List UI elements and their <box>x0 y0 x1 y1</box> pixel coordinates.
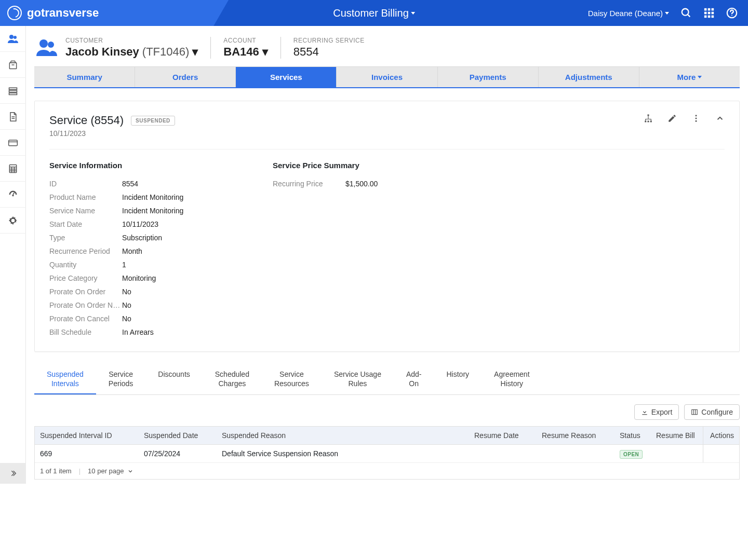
sub-tab[interactable]: ScheduledCharges <box>203 364 262 394</box>
kv-val: Incident Monitoring <box>122 193 183 201</box>
sidebar-item-calculator[interactable] <box>0 156 26 182</box>
svg-point-22 <box>39 39 48 48</box>
th-date[interactable]: Suspended Date <box>139 427 217 444</box>
export-button[interactable]: Export <box>634 404 679 420</box>
tab-orders[interactable]: Orders <box>135 67 236 87</box>
svg-point-12 <box>731 15 732 16</box>
more-vertical-icon[interactable] <box>691 114 701 123</box>
sub-tab[interactable]: Service UsageRules <box>322 364 394 394</box>
tab-more[interactable]: More <box>639 67 740 87</box>
kv-key: Bill Schedule <box>49 328 122 336</box>
sub-tab[interactable]: History <box>434 364 482 394</box>
user-name: Daisy Deane (Deane) <box>588 9 663 18</box>
user-menu[interactable]: Daisy Deane (Deane) <box>588 9 669 18</box>
sidebar-expand-button[interactable] <box>0 463 26 484</box>
sub-tab[interactable]: AgreementHistory <box>482 364 542 394</box>
sub-tab[interactable]: Add-On <box>394 364 434 394</box>
sidebar-item-payments[interactable] <box>0 130 26 156</box>
section-label: Customer Billing <box>333 7 409 19</box>
kv-key: Prorate On Order <box>49 288 122 296</box>
kv-key: Price Category <box>49 274 122 282</box>
svg-rect-19 <box>8 140 17 146</box>
kv-row: Recurring Price$1,500.00 <box>273 177 475 190</box>
brand-logo[interactable]: gotransverse <box>0 6 99 20</box>
kv-key: Product Name <box>49 193 122 201</box>
tab-summary[interactable]: Summary <box>34 67 135 87</box>
th-resume-bill[interactable]: Resume Bill <box>651 427 703 444</box>
layout: CUSTOMER Jacob Kinsey (TF1046) ▾ ACCOUNT… <box>0 26 748 484</box>
chevron-up-icon[interactable] <box>715 114 725 123</box>
sidebar-item-customers[interactable] <box>0 26 26 52</box>
tab-invoices[interactable]: Invoices <box>337 67 437 87</box>
breadcrumb-customer: CUSTOMER Jacob Kinsey (TF1046) ▾ <box>65 37 210 59</box>
sub-tab-label: Resources <box>274 379 309 388</box>
svg-point-28 <box>696 115 697 116</box>
hierarchy-icon[interactable] <box>644 114 653 123</box>
svg-rect-16 <box>9 88 17 89</box>
sidebar-item-dashboard[interactable] <box>0 182 26 208</box>
svg-rect-25 <box>645 121 646 122</box>
sidebar-item-orders[interactable] <box>0 52 26 78</box>
topbar: gotransverse Customer Billing Daisy Dean… <box>0 0 748 26</box>
kv-key: Prorate On Cancel <box>49 315 122 323</box>
svg-rect-7 <box>712 12 714 15</box>
edit-icon[interactable] <box>667 114 677 123</box>
sidebar-item-invoices[interactable] <box>0 104 26 130</box>
svg-rect-18 <box>9 93 17 94</box>
td-id: 669 <box>35 445 139 462</box>
kv-row: Prorate On Order No…No <box>49 298 252 312</box>
breadcrumb-service: RECURRING SERVICE 8554 <box>280 37 377 59</box>
caret-down-icon <box>411 12 415 15</box>
sub-tab[interactable]: Discounts <box>145 364 202 394</box>
kv-val: 10/11/2023 <box>122 220 158 228</box>
td-resume-reason <box>537 445 615 462</box>
sub-tabs: SuspendedIntervalsServicePeriodsDiscount… <box>34 364 740 395</box>
tab-payments[interactable]: Payments <box>438 67 539 87</box>
svg-point-13 <box>9 35 14 39</box>
search-icon[interactable] <box>680 7 692 19</box>
kv-val: 1 <box>122 261 126 269</box>
th-id[interactable]: Suspended Interval ID <box>35 427 139 444</box>
th-reason[interactable]: Suspended Reason <box>217 427 469 444</box>
breadcrumb-customer-value[interactable]: Jacob Kinsey (TF1046) ▾ <box>65 45 198 59</box>
sub-tab[interactable]: SuspendedIntervals <box>34 364 96 394</box>
kv-key: Recurrence Period <box>49 247 122 255</box>
service-price-summary: Service Price Summary Recurring Price$1,… <box>273 161 475 339</box>
tab-services[interactable]: Services <box>236 67 337 87</box>
kv-val: No <box>122 315 131 323</box>
sidebar-item-settings[interactable] <box>0 208 26 234</box>
table-row[interactable]: 669 07/25/2024 Default Service Suspensio… <box>35 445 739 463</box>
sub-tab[interactable]: ServiceResources <box>262 364 322 394</box>
sub-tab-label: Agreement <box>494 370 529 379</box>
tab-adjustments[interactable]: Adjustments <box>539 67 639 87</box>
svg-rect-24 <box>648 115 649 116</box>
th-resume-reason[interactable]: Resume Reason <box>537 427 615 444</box>
brand-name: gotransverse <box>27 6 99 20</box>
breadcrumb-account-value[interactable]: BA146 ▾ <box>223 45 268 59</box>
configure-button[interactable]: Configure <box>684 404 740 420</box>
kv-key: Type <box>49 234 122 242</box>
sub-tab-label: Scheduled <box>215 370 249 379</box>
kv-row: Service NameIncident Monitoring <box>49 204 252 217</box>
customer-name: Jacob Kinsey <box>65 45 139 59</box>
customers-icon <box>34 35 59 60</box>
svg-rect-27 <box>650 121 652 122</box>
td-resume-bill <box>651 445 703 462</box>
sub-tab-label: Add- <box>406 370 422 379</box>
th-status[interactable]: Status <box>615 427 651 444</box>
brand-logo-icon <box>7 6 22 20</box>
section-dropdown[interactable]: Customer Billing <box>333 7 415 19</box>
th-resume-date[interactable]: Resume Date <box>469 427 537 444</box>
per-page-dropdown[interactable]: 10 per page <box>88 467 133 475</box>
card-divider <box>49 149 725 149</box>
svg-rect-6 <box>708 12 711 15</box>
sub-tab-label: Periods <box>109 379 133 388</box>
kv-val: Subscription <box>122 234 162 242</box>
sidebar-item-services[interactable] <box>0 78 26 104</box>
svg-point-0 <box>682 9 689 16</box>
sub-tab[interactable]: ServicePeriods <box>96 364 145 394</box>
help-icon[interactable] <box>726 7 738 19</box>
svg-point-21 <box>12 195 14 196</box>
apps-grid-icon[interactable] <box>703 7 715 19</box>
kv-val: No <box>122 301 131 309</box>
